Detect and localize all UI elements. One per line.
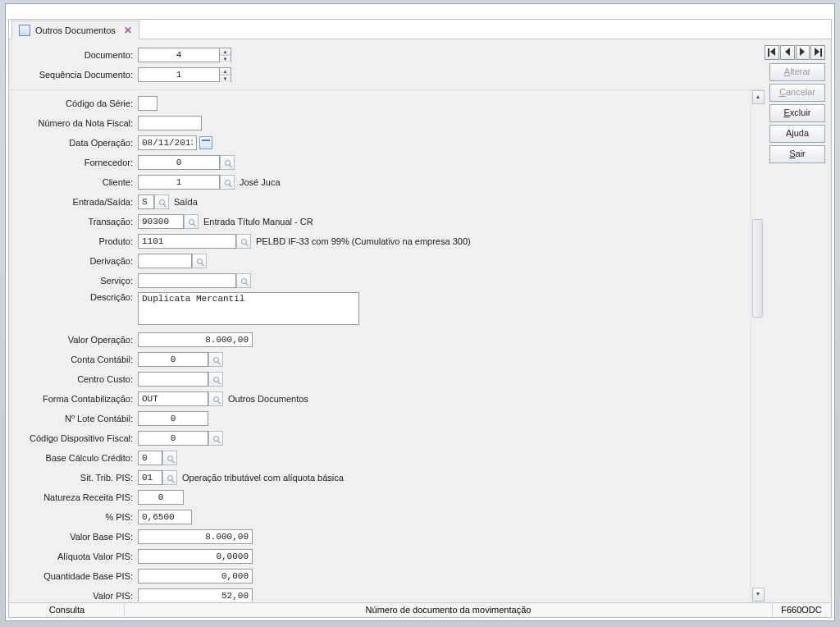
servico-lookup[interactable] — [236, 273, 251, 288]
search-icon — [167, 475, 173, 481]
scroll-up-button[interactable]: ▴ — [752, 90, 765, 104]
valor-base-pis-input[interactable] — [138, 529, 253, 544]
lote-contabil-input[interactable] — [138, 411, 208, 426]
centro-custo-lookup[interactable] — [208, 372, 223, 387]
label-qtd-base-pis: Quantidade Base PIS: — [10, 571, 138, 581]
entrada-saida-desc: Saída — [174, 197, 198, 207]
last-icon — [815, 48, 822, 57]
prev-icon — [785, 48, 790, 57]
produto-lookup[interactable] — [236, 234, 251, 249]
scroll-track[interactable] — [751, 104, 765, 588]
status-mode: Consulta — [10, 603, 125, 616]
search-icon — [213, 436, 219, 442]
label-sequencia: Sequência Documento: — [10, 70, 138, 80]
label-servico: Serviço: — [10, 276, 138, 286]
entrada-saida-lookup[interactable] — [154, 195, 169, 209]
search-icon — [213, 357, 219, 363]
label-valor-op: Valor Operação: — [10, 335, 138, 345]
nav-prev-button[interactable] — [780, 45, 795, 60]
cod-disp-fiscal-input[interactable] — [138, 431, 208, 446]
vertical-scrollbar[interactable]: ▴ ▾ — [751, 90, 765, 602]
label-descricao: Descrição: — [10, 292, 138, 302]
sit-trib-pis-desc: Operação tributável com alíquota básica — [182, 473, 344, 483]
scroll-down-button[interactable]: ▾ — [752, 588, 765, 602]
base-calc-credito-lookup[interactable] — [162, 451, 177, 465]
first-icon — [768, 48, 775, 57]
valor-op-input[interactable] — [138, 332, 253, 347]
produto-input[interactable] — [138, 234, 236, 249]
label-data-op: Data Operação: — [10, 138, 138, 148]
aliq-valor-pis-input[interactable] — [138, 549, 253, 564]
sequencia-spinner[interactable]: ▲▼ — [220, 67, 231, 82]
action-column: Alterar Cancelar Excluir Ajuda Sair — [765, 40, 830, 602]
fornecedor-input[interactable] — [138, 155, 220, 170]
cliente-desc: José Juca — [240, 177, 281, 187]
num-nota-input[interactable] — [138, 116, 202, 130]
label-aliq-valor-pis: Alíquota Valor PIS: — [10, 551, 138, 561]
transacao-desc: Entrada Título Manual - CR — [203, 217, 313, 227]
search-icon — [189, 219, 194, 225]
conta-contabil-input[interactable] — [138, 352, 208, 367]
label-cod-disp-fiscal: Código Dispositivo Fiscal: — [10, 433, 138, 443]
sit-trib-pis-lookup[interactable] — [162, 470, 177, 485]
servico-input[interactable] — [138, 273, 236, 288]
label-fornecedor: Fornecedor: — [10, 158, 138, 167]
valor-pis-input[interactable] — [138, 588, 253, 602]
form-scroll-area: Código da Série: Número da Nota Fiscal: … — [10, 89, 765, 602]
cliente-lookup[interactable] — [220, 175, 235, 190]
entrada-saida-input[interactable] — [138, 195, 154, 209]
label-base-calc-credito: Base Cálculo Crédito: — [10, 453, 138, 463]
nav-last-button[interactable] — [810, 45, 825, 60]
sequencia-input[interactable] — [138, 67, 220, 82]
window-frame: Outros Documentos ✕ Documento: ▲▼ Sequên… — [5, 3, 835, 621]
status-bar: Consulta Número de documento da moviment… — [10, 602, 830, 616]
nav-first-button[interactable] — [765, 45, 779, 60]
fornecedor-lookup[interactable] — [220, 155, 235, 170]
qtd-base-pis-input[interactable] — [138, 569, 253, 584]
search-icon — [213, 396, 219, 402]
alterar-button: Alterar — [769, 63, 825, 81]
client-area: Outros Documentos ✕ Documento: ▲▼ Sequên… — [8, 19, 832, 618]
conta-contabil-lookup[interactable] — [208, 352, 223, 367]
nav-next-button[interactable] — [796, 45, 810, 60]
ajuda-button[interactable]: Ajuda — [769, 125, 825, 143]
forma-contab-lookup[interactable] — [208, 391, 223, 406]
label-valor-base-pis: Valor Base PIS: — [10, 532, 138, 542]
search-icon — [213, 377, 219, 382]
scroll-thumb[interactable] — [752, 219, 763, 318]
header-fields: Documento: ▲▼ Sequência Documento: ▲▼ — [10, 40, 765, 88]
nat-receita-pis-input[interactable] — [138, 490, 184, 505]
codigo-serie-input[interactable] — [138, 96, 158, 111]
tab-close-icon[interactable]: ✕ — [124, 25, 132, 36]
centro-custo-input[interactable] — [138, 372, 208, 387]
tab-outros-documentos[interactable]: Outros Documentos ✕ — [11, 21, 139, 39]
derivacao-lookup[interactable] — [192, 254, 207, 268]
tab-strip: Outros Documentos ✕ — [9, 20, 831, 39]
descricao-input[interactable]: Duplicata Mercantil — [138, 292, 359, 325]
label-lote-contabil: Nº Lote Contábil: — [10, 414, 138, 423]
search-icon — [225, 160, 231, 166]
search-icon — [241, 239, 247, 245]
cod-disp-fiscal-lookup[interactable] — [208, 431, 223, 446]
data-op-input[interactable] — [138, 135, 197, 150]
search-icon — [225, 180, 231, 185]
documento-input[interactable] — [138, 48, 220, 62]
label-valor-pis: Valor PIS: — [10, 591, 138, 601]
label-cliente: Cliente: — [10, 177, 138, 187]
label-nat-receita-pis: Natureza Receita PIS: — [10, 492, 138, 502]
cliente-input[interactable] — [138, 175, 220, 190]
sair-button[interactable]: Sair — [769, 145, 825, 163]
transacao-input[interactable] — [138, 214, 184, 229]
label-forma-contab: Forma Contabilização: — [10, 394, 138, 404]
sit-trib-pis-input[interactable] — [138, 470, 162, 485]
label-num-nota: Número da Nota Fiscal: — [10, 118, 138, 128]
excluir-button[interactable]: Excluir — [769, 104, 825, 122]
transacao-lookup[interactable] — [184, 214, 199, 229]
derivacao-input[interactable] — [138, 254, 192, 268]
calendar-icon[interactable] — [199, 136, 212, 149]
base-calc-credito-input[interactable] — [138, 451, 162, 465]
status-message: Número de documento da movimentação — [125, 603, 773, 616]
forma-contab-input[interactable] — [138, 391, 208, 406]
documento-spinner[interactable]: ▲▼ — [220, 48, 231, 62]
pct-pis-input[interactable] — [138, 510, 192, 524]
